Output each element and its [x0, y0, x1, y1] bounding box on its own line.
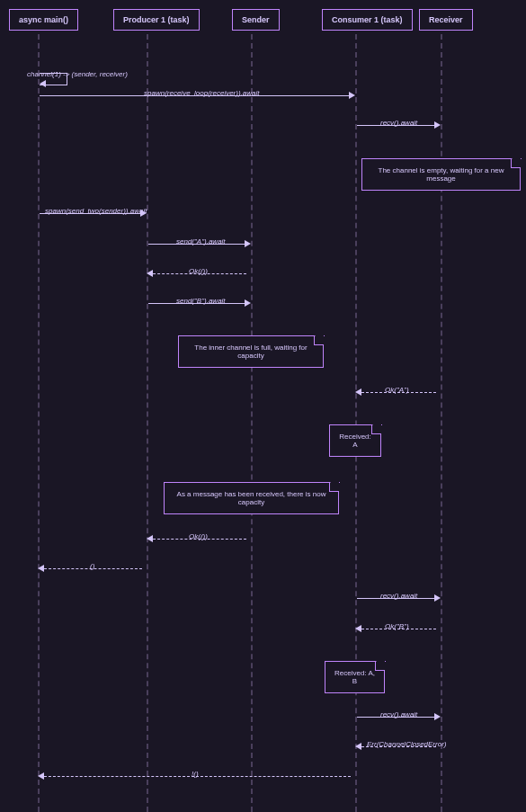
msg-recv2: recv().await	[380, 592, 417, 600]
arrow-head-ok-b	[355, 625, 361, 632]
msg-spawn-consumer: spawn(receive_loop(receiver)).await	[144, 89, 260, 97]
participant-main: async main()	[9, 9, 78, 31]
arrow-head-ok-unit2	[147, 535, 153, 542]
participant-sender: Sender	[232, 9, 280, 31]
arrow-head-ret-unit	[38, 565, 44, 572]
msg-ret-unit: ()	[90, 562, 94, 570]
participant-consumer: Consumer 1 (task)	[322, 9, 413, 31]
msg-err-closed: Err(ChannelClosedError)	[367, 740, 446, 748]
arrow-head-self-channel	[40, 80, 46, 87]
participant-producer: Producer 1 (task)	[113, 9, 200, 31]
arrow-head-err-closed	[355, 743, 361, 750]
msg-ok-unit1: Ok(())	[189, 267, 208, 275]
lifeline-producer	[147, 34, 148, 812]
note-received-a: Received: A	[329, 424, 381, 457]
arrow-head-spawn-consumer	[349, 92, 355, 99]
arrow-head-ok-a	[355, 388, 361, 396]
msg-ok-b: Ok("B")	[385, 622, 409, 630]
msg-recv1: recv().await	[380, 119, 417, 127]
msg-ok-unit2: Ok(())	[189, 532, 208, 540]
msg-send-b: send("B").await	[176, 297, 226, 305]
note-received-ab-text: Received: A, B	[334, 669, 375, 685]
msg-recv3: recv().await	[380, 710, 417, 718]
lifeline-main	[38, 34, 40, 812]
arrow-head-recv3	[434, 713, 441, 720]
note-channel-empty-text: The channel is empty, waiting for a new …	[379, 166, 504, 183]
lifeline-consumer	[355, 34, 357, 812]
arrow-head-send-b	[245, 299, 251, 307]
note-received-ab: Received: A, B	[325, 661, 385, 693]
note-channel-full: The inner channel is full, waiting for c…	[178, 335, 324, 368]
note-received-a-text: Received: A	[339, 433, 371, 449]
arrow-head-ok-unit1	[147, 270, 153, 277]
msg-send-a: send("A").await	[176, 237, 226, 245]
msg-ret-excl: !()	[192, 770, 199, 778]
participant-receiver: Receiver	[419, 9, 473, 31]
msg-ok-a: Ok("A")	[385, 386, 409, 394]
msg-spawn-producer: spawn(send_two(sender)).await	[45, 207, 147, 215]
note-channel-full-text: The inner channel is full, waiting for c…	[194, 344, 307, 360]
lifeline-sender	[251, 34, 253, 812]
arrow-head-recv1	[434, 121, 441, 129]
arrow-head-recv2	[434, 594, 441, 602]
note-capacity-text: As a message has been received, there is…	[177, 490, 326, 506]
note-capacity: As a message has been received, there is…	[164, 482, 339, 514]
lifeline-receiver	[441, 34, 442, 812]
arrow-head-ret-excl	[38, 772, 44, 780]
note-channel-empty: The channel is empty, waiting for a new …	[361, 158, 521, 191]
arrow-head-send-a	[245, 240, 251, 247]
